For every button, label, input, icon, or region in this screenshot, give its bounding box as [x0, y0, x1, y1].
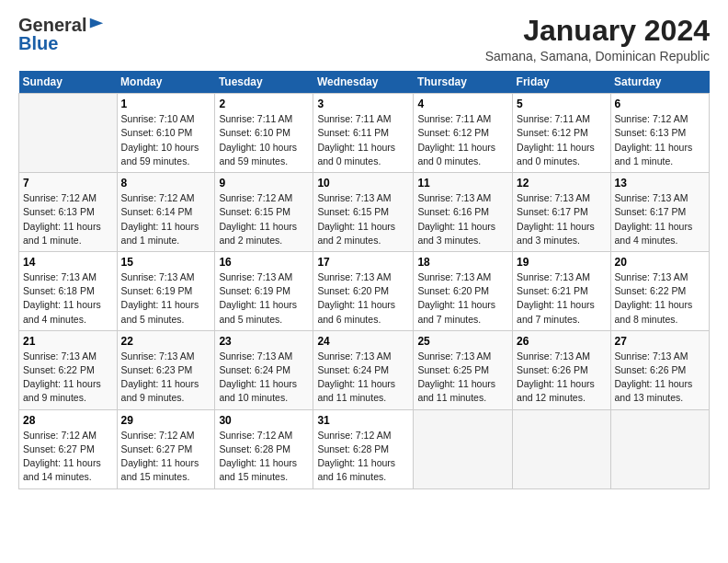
calendar-cell	[610, 409, 709, 488]
day-info: Sunrise: 7:13 AM Sunset: 6:23 PM Dayligh…	[121, 350, 211, 406]
calendar-week-2: 7Sunrise: 7:12 AM Sunset: 6:13 PM Daylig…	[19, 173, 710, 252]
calendar-cell	[414, 409, 513, 488]
header-sunday: Sunday	[19, 71, 118, 94]
day-number: 15	[121, 256, 211, 269]
calendar-cell: 11Sunrise: 7:13 AM Sunset: 6:16 PM Dayli…	[414, 173, 513, 252]
day-number: 16	[219, 256, 309, 269]
day-number: 17	[317, 256, 409, 269]
day-number: 7	[23, 177, 113, 190]
day-info: Sunrise: 7:13 AM Sunset: 6:22 PM Dayligh…	[615, 270, 705, 327]
day-number: 3	[317, 98, 409, 110]
calendar-cell: 27Sunrise: 7:13 AM Sunset: 6:26 PM Dayli…	[610, 330, 709, 409]
calendar-cell: 8Sunrise: 7:12 AM Sunset: 6:14 PM Daylig…	[117, 173, 215, 252]
day-number: 28	[23, 414, 113, 427]
calendar-cell: 26Sunrise: 7:13 AM Sunset: 6:26 PM Dayli…	[513, 330, 610, 409]
day-number: 19	[517, 256, 606, 269]
day-info: Sunrise: 7:13 AM Sunset: 6:22 PM Dayligh…	[23, 350, 113, 406]
calendar-cell: 22Sunrise: 7:13 AM Sunset: 6:23 PM Dayli…	[117, 330, 215, 409]
logo-blue: Blue	[18, 33, 105, 53]
header-friday: Friday	[513, 71, 610, 94]
calendar-cell: 7Sunrise: 7:12 AM Sunset: 6:13 PM Daylig…	[19, 173, 118, 252]
day-number: 31	[317, 414, 409, 427]
day-number: 23	[219, 335, 309, 348]
calendar-cell: 2Sunrise: 7:11 AM Sunset: 6:10 PM Daylig…	[215, 94, 313, 173]
calendar-cell: 1Sunrise: 7:10 AM Sunset: 6:10 PM Daylig…	[117, 94, 215, 173]
calendar-cell: 17Sunrise: 7:13 AM Sunset: 6:20 PM Dayli…	[313, 251, 414, 330]
calendar-cell: 23Sunrise: 7:13 AM Sunset: 6:24 PM Dayli…	[215, 330, 313, 409]
calendar-cell: 19Sunrise: 7:13 AM Sunset: 6:21 PM Dayli…	[513, 251, 610, 330]
calendar-cell: 16Sunrise: 7:13 AM Sunset: 6:19 PM Dayli…	[215, 251, 313, 330]
location-subtitle: Samana, Samana, Dominican Republic	[485, 49, 710, 63]
calendar-week-4: 21Sunrise: 7:13 AM Sunset: 6:22 PM Dayli…	[19, 330, 710, 409]
calendar-cell: 28Sunrise: 7:12 AM Sunset: 6:27 PM Dayli…	[19, 409, 118, 488]
day-info: Sunrise: 7:12 AM Sunset: 6:13 PM Dayligh…	[615, 112, 705, 168]
day-number: 14	[23, 256, 113, 269]
day-info: Sunrise: 7:13 AM Sunset: 6:26 PM Dayligh…	[517, 350, 606, 406]
calendar-cell: 12Sunrise: 7:13 AM Sunset: 6:17 PM Dayli…	[513, 173, 610, 252]
day-number: 10	[317, 177, 409, 190]
calendar-cell: 13Sunrise: 7:13 AM Sunset: 6:17 PM Dayli…	[610, 173, 709, 252]
day-info: Sunrise: 7:13 AM Sunset: 6:19 PM Dayligh…	[219, 270, 309, 327]
calendar-week-5: 28Sunrise: 7:12 AM Sunset: 6:27 PM Dayli…	[19, 409, 710, 488]
day-number: 12	[517, 177, 606, 190]
day-info: Sunrise: 7:13 AM Sunset: 6:20 PM Dayligh…	[417, 270, 508, 327]
calendar-week-1: 1Sunrise: 7:10 AM Sunset: 6:10 PM Daylig…	[19, 94, 710, 173]
day-info: Sunrise: 7:10 AM Sunset: 6:10 PM Dayligh…	[121, 112, 211, 168]
day-number: 5	[517, 98, 606, 110]
header-tuesday: Tuesday	[215, 71, 313, 94]
day-info: Sunrise: 7:13 AM Sunset: 6:17 PM Dayligh…	[615, 191, 705, 247]
day-info: Sunrise: 7:12 AM Sunset: 6:15 PM Dayligh…	[219, 191, 309, 247]
calendar-week-3: 14Sunrise: 7:13 AM Sunset: 6:18 PM Dayli…	[19, 251, 710, 330]
calendar-table: Sunday Monday Tuesday Wednesday Thursday…	[18, 71, 710, 488]
day-info: Sunrise: 7:12 AM Sunset: 6:28 PM Dayligh…	[219, 429, 309, 485]
calendar-cell: 21Sunrise: 7:13 AM Sunset: 6:22 PM Dayli…	[19, 330, 118, 409]
logo-general: General	[18, 15, 86, 35]
day-number: 25	[417, 335, 508, 348]
day-info: Sunrise: 7:12 AM Sunset: 6:27 PM Dayligh…	[23, 429, 113, 485]
calendar-cell	[513, 409, 610, 488]
day-info: Sunrise: 7:12 AM Sunset: 6:27 PM Dayligh…	[121, 429, 211, 485]
day-number: 1	[121, 98, 211, 110]
day-number: 11	[417, 177, 508, 190]
logo: General Blue	[18, 15, 105, 53]
calendar-cell: 10Sunrise: 7:13 AM Sunset: 6:15 PM Dayli…	[313, 173, 414, 252]
day-number: 4	[417, 98, 508, 110]
day-number: 27	[615, 335, 705, 348]
day-number: 29	[121, 414, 211, 427]
day-info: Sunrise: 7:13 AM Sunset: 6:15 PM Dayligh…	[317, 191, 409, 247]
day-number: 20	[615, 256, 705, 269]
calendar-cell: 3Sunrise: 7:11 AM Sunset: 6:11 PM Daylig…	[313, 94, 414, 173]
calendar-cell: 25Sunrise: 7:13 AM Sunset: 6:25 PM Dayli…	[414, 330, 513, 409]
calendar-cell: 4Sunrise: 7:11 AM Sunset: 6:12 PM Daylig…	[414, 94, 513, 173]
calendar-cell: 18Sunrise: 7:13 AM Sunset: 6:20 PM Dayli…	[414, 251, 513, 330]
header-thursday: Thursday	[414, 71, 513, 94]
logo-icon	[88, 17, 105, 33]
day-info: Sunrise: 7:11 AM Sunset: 6:10 PM Dayligh…	[219, 112, 309, 168]
svg-marker-0	[90, 18, 103, 29]
header-monday: Monday	[117, 71, 215, 94]
day-info: Sunrise: 7:13 AM Sunset: 6:16 PM Dayligh…	[417, 191, 508, 247]
day-info: Sunrise: 7:11 AM Sunset: 6:12 PM Dayligh…	[517, 112, 606, 168]
calendar-cell: 20Sunrise: 7:13 AM Sunset: 6:22 PM Dayli…	[610, 251, 709, 330]
day-number: 2	[219, 98, 309, 110]
calendar-cell: 24Sunrise: 7:13 AM Sunset: 6:24 PM Dayli…	[313, 330, 414, 409]
month-title: January 2024	[485, 15, 710, 47]
day-info: Sunrise: 7:13 AM Sunset: 6:21 PM Dayligh…	[517, 270, 606, 327]
day-info: Sunrise: 7:13 AM Sunset: 6:24 PM Dayligh…	[219, 350, 309, 406]
day-info: Sunrise: 7:12 AM Sunset: 6:14 PM Dayligh…	[121, 191, 211, 247]
day-info: Sunrise: 7:12 AM Sunset: 6:13 PM Dayligh…	[23, 191, 113, 247]
page-header: General Blue January 2024 Samana, Samana…	[18, 15, 710, 63]
day-number: 24	[317, 335, 409, 348]
day-info: Sunrise: 7:13 AM Sunset: 6:20 PM Dayligh…	[317, 270, 409, 327]
day-number: 30	[219, 414, 309, 427]
day-number: 13	[615, 177, 705, 190]
calendar-cell: 15Sunrise: 7:13 AM Sunset: 6:19 PM Dayli…	[117, 251, 215, 330]
day-info: Sunrise: 7:11 AM Sunset: 6:12 PM Dayligh…	[417, 112, 508, 168]
day-number: 8	[121, 177, 211, 190]
day-info: Sunrise: 7:11 AM Sunset: 6:11 PM Dayligh…	[317, 112, 409, 168]
day-number: 22	[121, 335, 211, 348]
calendar-cell: 31Sunrise: 7:12 AM Sunset: 6:28 PM Dayli…	[313, 409, 414, 488]
day-info: Sunrise: 7:13 AM Sunset: 6:25 PM Dayligh…	[417, 350, 508, 406]
header-row: Sunday Monday Tuesday Wednesday Thursday…	[19, 71, 710, 94]
day-number: 26	[517, 335, 606, 348]
